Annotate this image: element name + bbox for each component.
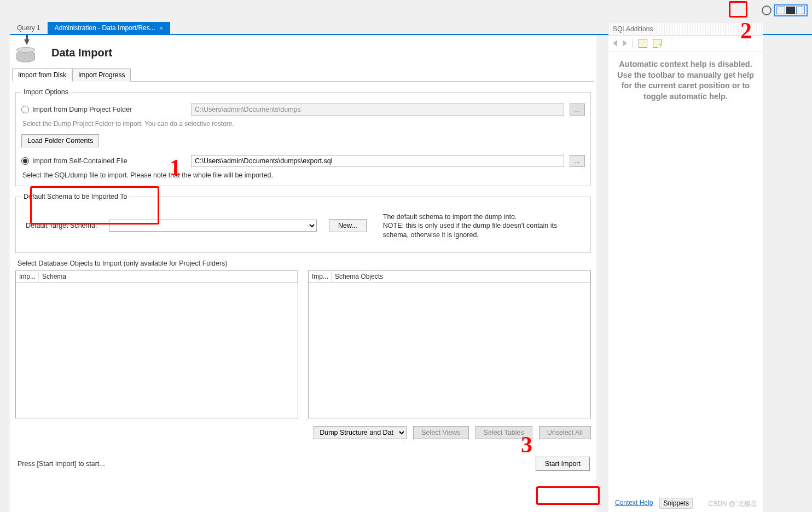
annotation-box-2 [729, 1, 747, 18]
select-tables-button: Select Tables [475, 426, 532, 439]
sql-additions-panel: SQLAdditions Automatic context help is d… [608, 23, 763, 512]
file-hint: Select the SQL/dump file to import. Plea… [22, 171, 585, 179]
subtab-bar: Import from Disk Import Progress [12, 68, 594, 82]
radio-from-folder-label: Import from Dump Project Folder [32, 106, 132, 113]
radio-from-file-input[interactable] [21, 157, 29, 165]
schemas-table[interactable]: Imp... Schema [15, 271, 298, 418]
browse-folder-button: ... [570, 103, 585, 116]
panel-right-icon [796, 7, 805, 14]
import-options-legend: Import Options [21, 88, 71, 96]
panel-layout-toggle[interactable] [774, 4, 808, 16]
start-import-button[interactable]: Start Import [536, 457, 590, 471]
side-tab-context-help[interactable]: Context Help [612, 498, 656, 509]
default-schema-legend: Default Schema to be Imported To [21, 193, 129, 200]
browse-file-button[interactable]: ... [570, 155, 585, 167]
sql-additions-toolbar [608, 36, 763, 51]
tab-query-1[interactable]: Query 1 [10, 22, 48, 34]
panel-bottom-icon [786, 7, 795, 14]
folder-hint: Select the Dump Project Folder to import… [22, 120, 585, 128]
update-icon[interactable] [762, 5, 772, 15]
radio-from-file[interactable]: Import from Self-Contained File [21, 157, 185, 165]
page-title: Data Import [51, 47, 112, 59]
footer-hint: Press [Start Import] to start... [18, 460, 105, 468]
watermark: CSDN @`北极星 [708, 499, 757, 509]
auto-help-toggle-icon[interactable] [653, 39, 662, 48]
radio-from-file-label: Import from Self-Contained File [32, 157, 127, 165]
file-path-input[interactable] [191, 155, 564, 167]
objects-title: Select Database Objects to Import (only … [18, 260, 591, 267]
manual-help-icon[interactable] [639, 39, 647, 48]
objects-col-schema-objects[interactable]: Schema Objects [332, 271, 590, 282]
folder-path-input [191, 103, 564, 116]
default-schema-group: Default Schema to be Imported To Default… [15, 193, 591, 253]
radio-from-folder-input[interactable] [21, 106, 29, 113]
subtab-import-from-disk[interactable]: Import from Disk [12, 68, 72, 82]
radio-from-folder[interactable]: Import from Dump Project Folder [21, 106, 185, 113]
schemas-col-imp[interactable]: Imp... [16, 271, 39, 282]
editor-tabbar: Query 1 Administration - Data Import/Res… [10, 22, 596, 34]
sql-additions-header: SQLAdditions [608, 23, 763, 36]
default-schema-note: The default schema to import the dump in… [383, 212, 569, 239]
schemas-col-schema[interactable]: Schema [39, 271, 298, 282]
panel-left-icon [776, 7, 785, 14]
tab-admin-label: Administration - Data Import/Res... [55, 24, 155, 32]
tab-close-icon[interactable]: × [160, 25, 163, 31]
tab-admin-data-import[interactable]: Administration - Data Import/Res... × [48, 22, 171, 34]
nav-back-icon[interactable] [613, 40, 617, 47]
nav-forward-icon[interactable] [623, 40, 627, 47]
subtab-import-progress[interactable]: Import Progress [72, 68, 131, 82]
dump-mode-select[interactable]: Dump Structure and Dat [314, 426, 407, 439]
new-schema-button[interactable]: New... [329, 219, 367, 232]
context-help-message: Automatic context help is disabled. Use … [608, 51, 763, 110]
objects-section: Select Database Objects to Import (only … [15, 260, 591, 439]
side-tab-snippets[interactable]: Snippets [659, 498, 693, 509]
data-import-icon [16, 43, 43, 62]
objects-col-imp[interactable]: Imp... [309, 271, 332, 282]
import-options-group: Import Options Import from Dump Project … [15, 88, 591, 186]
unselect-all-button: Unselect All [539, 426, 591, 439]
toolbar-separator [633, 39, 633, 48]
select-views-button: Select Views [413, 426, 468, 439]
schema-objects-table[interactable]: Imp... Schema Objects [308, 271, 591, 418]
default-schema-label: Default Target Schema: [21, 222, 103, 229]
main-panel: Data Import Import from Disk Import Prog… [10, 35, 596, 512]
default-schema-select[interactable] [109, 220, 317, 232]
load-folder-contents-button[interactable]: Load Folder Contents [21, 134, 99, 147]
